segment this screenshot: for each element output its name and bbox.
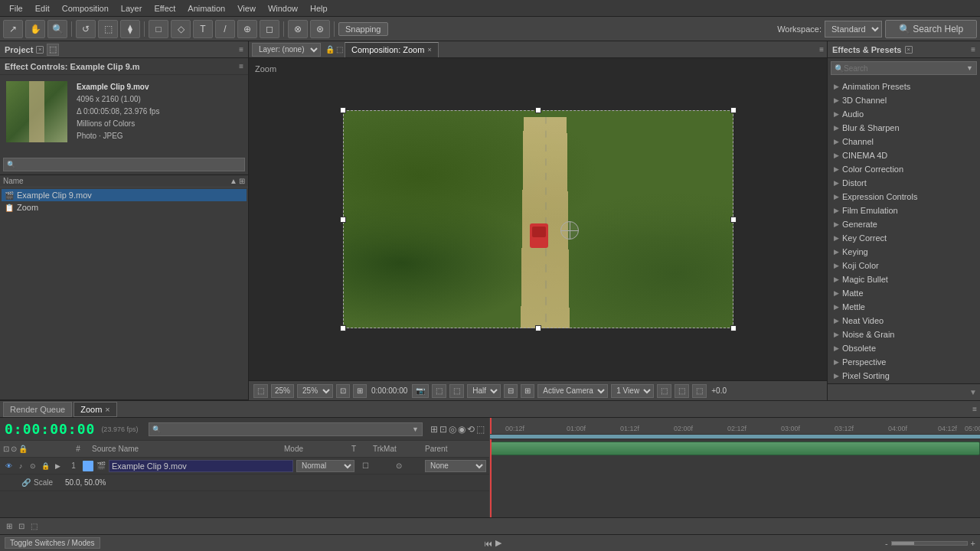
effect-generate[interactable]: ▶ Generate [829, 217, 978, 231]
handle-bottom-right[interactable] [730, 325, 737, 331]
layer-lock-icon[interactable]: 🔒 [40, 461, 51, 471]
timeline-icon-3[interactable]: ◎ [449, 424, 456, 435]
roto-brush-tool[interactable]: ⊗ [288, 20, 308, 38]
effect-cinema-4d[interactable]: ▶ CINEMA 4D [829, 148, 978, 162]
fit-comp-btn[interactable]: ⊡ [336, 384, 350, 398]
selection-tool[interactable]: ↗ [3, 20, 23, 38]
tab-render-queue[interactable]: Render Queue [3, 402, 72, 417]
show-channel-btn[interactable]: ⬚ [449, 384, 464, 398]
menu-item-composition[interactable]: Composition [56, 2, 115, 15]
comp-button[interactable]: ⊞ [5, 522, 14, 530]
pixel-aspect-btn[interactable]: ⊞ [353, 384, 367, 398]
comp-tab-close[interactable]: × [427, 46, 431, 54]
reset-exposure-btn[interactable]: ⬚ [675, 384, 689, 398]
menu-item-help[interactable]: Help [304, 2, 334, 15]
layer-eye-icon[interactable]: 👁 [3, 461, 14, 471]
effect-animation-presets[interactable]: ▶ Animation Presets [829, 80, 978, 93]
toggle-transparency-btn[interactable]: ⊞ [521, 384, 534, 398]
effect-koji-color[interactable]: ▶ Koji Color [829, 259, 978, 272]
play-btn[interactable]: ▶ [495, 538, 501, 548]
zoom-tool[interactable]: 🔍 [47, 20, 67, 38]
active-camera-dropdown[interactable]: Active Camera [537, 384, 608, 398]
layer-button[interactable]: ⊡ [17, 522, 26, 530]
effect-matte[interactable]: ▶ Matte [829, 286, 978, 300]
project-search-input[interactable] [15, 161, 241, 169]
playhead-ruler[interactable] [490, 418, 492, 434]
effect-3d-channel[interactable]: ▶ 3D Channel [829, 93, 978, 107]
layer-1-t-checkbox[interactable]: ☐ [358, 461, 373, 470]
effect-channel[interactable]: ▶ Channel [829, 135, 978, 148]
timeline-search-input[interactable] [161, 425, 412, 433]
effects-search-input[interactable] [844, 64, 966, 73]
quality-dropdown[interactable]: Half [467, 384, 501, 398]
menu-item-file[interactable]: File [3, 2, 29, 15]
timeline-zoom-slider[interactable] [891, 541, 968, 546]
go-to-start-btn[interactable]: ⏮ [484, 539, 492, 548]
puppet-tool[interactable]: ⊛ [310, 20, 330, 38]
timeline-icon-4[interactable]: ◉ [458, 424, 466, 435]
effect-distort[interactable]: ▶ Distort [829, 176, 978, 190]
layer-1-clip[interactable] [490, 442, 980, 455]
timeline-icon-6[interactable]: ⬚ [476, 424, 485, 435]
menu-item-layer[interactable]: Layer [115, 2, 149, 15]
timeline-search-dropdown[interactable]: ▼ [412, 425, 419, 433]
time-ruler[interactable]: 00:12f 01:00f 01:12f 02:00f 02:12f 03:00… [490, 418, 980, 435]
preview-options-btn[interactable]: ⬚ [253, 384, 268, 398]
project-panel-close[interactable]: × [36, 46, 44, 54]
menu-item-window[interactable]: Window [262, 2, 304, 15]
layer-1-name[interactable]: Example Clip 9.mov [109, 460, 293, 472]
pen-tool[interactable]: ◇ [171, 20, 191, 38]
effect-mettle[interactable]: ▶ Mettle [829, 300, 978, 314]
timeline-icon-2[interactable]: ⊡ [439, 424, 447, 435]
layer-audio-icon[interactable]: ♪ [15, 461, 26, 471]
layer-solo-icon[interactable]: ⊙ [28, 461, 38, 471]
effect-film-emulation[interactable]: ▶ Film Emulation [829, 204, 978, 217]
composition-frame[interactable] [343, 110, 733, 328]
effect-keying[interactable]: ▶ Keying [829, 245, 978, 259]
handle-middle-right[interactable] [730, 217, 737, 223]
menu-item-effect[interactable]: Effect [148, 2, 181, 15]
camera-orbit-tool[interactable]: ⬚ [98, 20, 118, 38]
effects-search-dropdown-icon[interactable]: ▼ [966, 64, 973, 72]
search-help[interactable]: 🔍 Search Help [885, 20, 977, 38]
timeline-menu-btn[interactable]: ≡ [972, 405, 977, 413]
effect-blur-sharpen[interactable]: ▶ Blur & Sharpen [829, 121, 978, 135]
zoom-dropdown[interactable]: 25% [297, 384, 333, 398]
effect-magic-bullet[interactable]: ▶ Magic Bullet [829, 272, 978, 286]
track-clip-area[interactable] [490, 439, 980, 517]
stamp-tool[interactable]: ⊕ [237, 20, 257, 38]
snapping-toggle[interactable]: Snapping [338, 22, 388, 36]
show-snapshot-btn[interactable]: ⬚ [432, 384, 446, 398]
layer-behind-tool[interactable]: ⧫ [120, 20, 140, 38]
handle-bottom-middle[interactable] [535, 325, 541, 331]
toggle-switches-btn[interactable]: Toggle Switches / Modes [5, 537, 100, 549]
views-dropdown[interactable]: 1 View [611, 384, 654, 398]
project-search-bar[interactable]: 🔍 [3, 158, 245, 171]
eraser-tool[interactable]: ◻ [260, 20, 279, 38]
effect-pixel-sorting[interactable]: ▶ Pixel Sorting [829, 369, 978, 383]
workspace-select[interactable]: Standard [825, 21, 882, 37]
effect-perspective[interactable]: ▶ Perspective [829, 355, 978, 369]
handle-middle-left[interactable] [340, 217, 346, 223]
zoom-tab-close[interactable]: × [105, 405, 109, 414]
comp-flowchart-btn[interactable]: ⬚ [657, 384, 671, 398]
layer-1-parent-select[interactable]: None [425, 460, 486, 472]
fast-preview-btn[interactable]: ⊟ [504, 384, 518, 398]
zoom-percent-btn[interactable]: 25% [271, 384, 294, 398]
effect-obsolete[interactable]: ▶ Obsolete [829, 341, 978, 355]
tab-zoom[interactable]: Zoom × [74, 402, 117, 417]
zoom-in-icon[interactable]: + [971, 539, 975, 548]
effect-audio[interactable]: ▶ Audio [829, 107, 978, 121]
effect-key-correct[interactable]: ▶ Key Correct [829, 231, 978, 245]
handle-top-middle[interactable] [535, 107, 541, 113]
effects-panel-close[interactable]: × [905, 46, 913, 54]
effect-color-correction[interactable]: ▶ Color Correction [829, 162, 978, 176]
menu-item-view[interactable]: View [231, 2, 262, 15]
sort-options-icon[interactable]: ⊞ [239, 177, 245, 185]
hand-tool[interactable]: ✋ [25, 20, 45, 38]
layer-1-mode-select[interactable]: Normal [296, 460, 354, 472]
effect-noise-grain[interactable]: ▶ Noise & Grain [829, 328, 978, 341]
exposure-icon[interactable]: ⬚ [692, 384, 707, 398]
effects-search-bar[interactable]: 🔍 ▼ [831, 61, 977, 75]
handle-top-right[interactable] [730, 107, 737, 113]
